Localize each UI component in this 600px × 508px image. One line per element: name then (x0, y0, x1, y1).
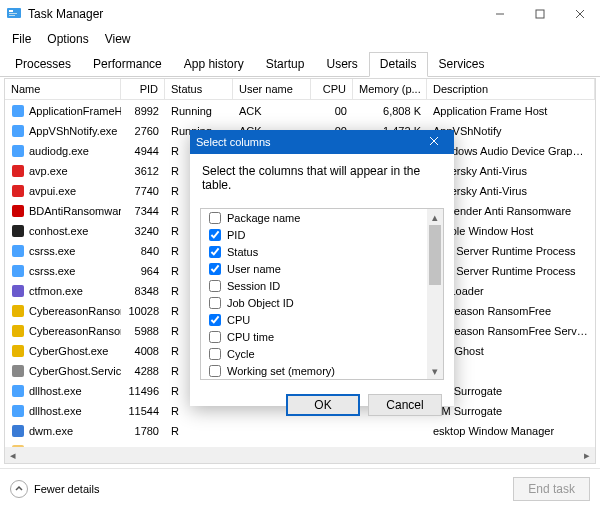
process-icon (11, 304, 25, 318)
dialog-title: Select columns (196, 136, 271, 148)
chevron-up-icon (10, 480, 28, 498)
process-icon (11, 184, 25, 198)
svg-rect-24 (12, 425, 24, 437)
column-checkbox[interactable] (209, 263, 221, 275)
scroll-up-icon[interactable]: ▴ (427, 209, 443, 225)
process-icon (11, 104, 25, 118)
svg-rect-9 (12, 125, 24, 137)
column-option[interactable]: Session ID (201, 277, 427, 294)
svg-rect-19 (12, 325, 24, 337)
tab-users[interactable]: Users (315, 52, 368, 77)
process-icon (11, 264, 25, 278)
svg-rect-23 (12, 405, 24, 417)
process-user: ACK (233, 103, 311, 119)
column-option-label: User name (227, 263, 281, 275)
cancel-button[interactable]: Cancel (368, 394, 442, 416)
column-header[interactable]: PID (121, 79, 165, 99)
table-row[interactable]: ApplicationFrameHo...8992RunningACK006,8… (5, 101, 595, 121)
footer: Fewer details End task (0, 468, 600, 508)
column-option-label: Job Object ID (227, 297, 294, 309)
table-header: NamePIDStatusUser nameCPUMemory (p...Des… (5, 79, 595, 100)
svg-rect-5 (536, 10, 544, 18)
column-option-label: Working set (memory) (227, 365, 335, 377)
select-columns-dialog: Select columns Select the columns that w… (190, 130, 454, 406)
horizontal-scrollbar[interactable]: ◂ ▸ (5, 447, 595, 463)
column-header[interactable]: User name (233, 79, 311, 99)
process-pid: 3612 (121, 163, 165, 179)
column-option[interactable]: Status (201, 243, 427, 260)
process-icon (11, 224, 25, 238)
process-icon (11, 144, 25, 158)
process-description: Application Frame Host (427, 103, 595, 119)
process-icon (11, 344, 25, 358)
column-option[interactable]: User name (201, 260, 427, 277)
dialog-close-button[interactable] (420, 136, 448, 148)
scroll-track[interactable] (21, 447, 579, 463)
svg-rect-18 (12, 305, 24, 317)
svg-rect-14 (12, 225, 24, 237)
process-pid: 11544 (121, 403, 165, 419)
column-option[interactable]: Working set (memory) (201, 362, 427, 379)
process-icon (11, 124, 25, 138)
minimize-button[interactable] (480, 0, 520, 28)
column-option[interactable]: CPU (201, 311, 427, 328)
column-header[interactable]: Name (5, 79, 121, 99)
column-option[interactable]: Package name (201, 209, 427, 226)
maximize-button[interactable] (520, 0, 560, 28)
menu-options[interactable]: Options (41, 30, 94, 48)
column-option-label: Status (227, 246, 258, 258)
process-user (233, 429, 311, 433)
column-option[interactable]: Cycle (201, 345, 427, 362)
column-header[interactable]: Description (427, 79, 595, 99)
column-checkbox[interactable] (209, 246, 221, 258)
column-header[interactable]: CPU (311, 79, 353, 99)
column-checkbox[interactable] (209, 280, 221, 292)
tab-services[interactable]: Services (428, 52, 496, 77)
column-option[interactable]: Job Object ID (201, 294, 427, 311)
dialog-titlebar[interactable]: Select columns (190, 130, 454, 154)
fewer-details-label: Fewer details (34, 483, 99, 495)
column-checkbox[interactable] (209, 348, 221, 360)
close-button[interactable] (560, 0, 600, 28)
scroll-right-icon[interactable]: ▸ (579, 447, 595, 463)
process-name: dllhost.exe (29, 405, 82, 417)
process-icon (11, 284, 25, 298)
column-option[interactable]: CPU time (201, 328, 427, 345)
svg-rect-10 (12, 145, 24, 157)
process-icon (11, 324, 25, 338)
fewer-details-button[interactable]: Fewer details (10, 480, 99, 498)
process-name: csrss.exe (29, 245, 75, 257)
menu-view[interactable]: View (99, 30, 137, 48)
svg-rect-1 (9, 10, 13, 12)
vertical-scrollbar[interactable]: ▴ ▾ (427, 209, 443, 379)
column-checkbox[interactable] (209, 297, 221, 309)
column-header[interactable]: Status (165, 79, 233, 99)
column-option-label: CPU time (227, 331, 274, 343)
ok-button[interactable]: OK (286, 394, 360, 416)
column-checkbox[interactable] (209, 365, 221, 377)
column-list: Package namePIDStatusUser nameSession ID… (200, 208, 444, 380)
scroll-left-icon[interactable]: ◂ (5, 447, 21, 463)
scroll-down-icon[interactable]: ▾ (427, 363, 443, 379)
column-option[interactable]: PID (201, 226, 427, 243)
svg-rect-12 (12, 185, 24, 197)
menu-file[interactable]: File (6, 30, 37, 48)
svg-rect-16 (12, 265, 24, 277)
svg-rect-22 (12, 385, 24, 397)
end-task-button[interactable]: End task (513, 477, 590, 501)
svg-rect-3 (9, 15, 15, 16)
tab-details[interactable]: Details (369, 52, 428, 77)
tab-startup[interactable]: Startup (255, 52, 316, 77)
column-checkbox[interactable] (209, 314, 221, 326)
process-name: CyberGhost.exe (29, 345, 108, 357)
process-pid: 4288 (121, 363, 165, 379)
scroll-thumb[interactable] (429, 225, 441, 285)
tab-performance[interactable]: Performance (82, 52, 173, 77)
column-checkbox[interactable] (209, 212, 221, 224)
column-checkbox[interactable] (209, 229, 221, 241)
column-checkbox[interactable] (209, 331, 221, 343)
tab-app-history[interactable]: App history (173, 52, 255, 77)
column-option-label: CPU (227, 314, 250, 326)
tab-processes[interactable]: Processes (4, 52, 82, 77)
column-header[interactable]: Memory (p... (353, 79, 427, 99)
